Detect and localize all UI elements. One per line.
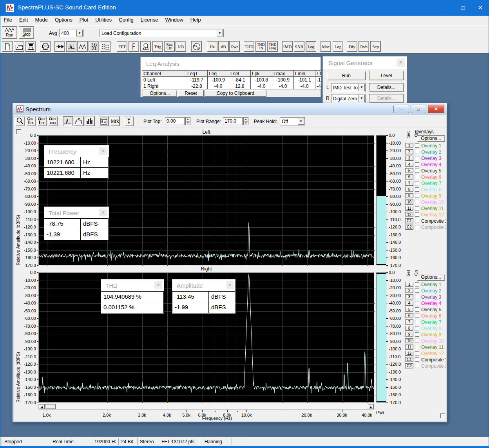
generator-left-combo-arrow-icon[interactable]: ▼ xyxy=(359,84,365,91)
log-button[interactable]: Log xyxy=(333,41,343,52)
overlay-on-checkbox-5[interactable] xyxy=(415,307,419,312)
signal-generator-close-icon[interactable]: ✕ xyxy=(397,58,405,67)
hz-units-button[interactable]: Hz xyxy=(207,41,217,52)
spectrum-maximize-button[interactable]: □ xyxy=(411,105,426,113)
overlay-set-button-12[interactable]: 12 xyxy=(405,212,413,217)
overlay-set-button-1[interactable]: 1 xyxy=(405,143,413,148)
overlay-on-checkbox-5[interactable] xyxy=(415,169,419,173)
calibration-button[interactable] xyxy=(140,41,151,52)
thd-freq-button[interactable]: THDFreq xyxy=(267,41,278,52)
run-control-button[interactable]: RunCtrl xyxy=(164,41,175,52)
collapse-box-bottom[interactable]: − xyxy=(440,414,445,418)
step-plot-mode-button[interactable] xyxy=(74,116,84,126)
line-plot-mode-button[interactable] xyxy=(63,116,73,126)
scp-button[interactable]: Scp xyxy=(370,41,381,52)
overlay-on-checkbox-c1[interactable] xyxy=(415,357,419,362)
zoom-button[interactable] xyxy=(15,116,25,126)
app-maximize-button[interactable]: □ xyxy=(454,0,472,16)
surface-view-button[interactable] xyxy=(100,41,110,52)
thd-box-close-icon[interactable]: ✕ xyxy=(154,281,162,289)
rvb-button[interactable]: Rvb xyxy=(359,41,369,52)
overlay-set-button-10[interactable]: 10 xyxy=(405,200,413,205)
marker-button[interactable]: Mrk xyxy=(110,116,120,126)
run-button[interactable]: Run xyxy=(2,26,17,39)
menu-mode[interactable]: Mode xyxy=(31,16,51,25)
leq-options-button[interactable]: Options... xyxy=(143,90,177,97)
overlays-options-button[interactable]: Options... xyxy=(417,135,445,142)
scrollbar-thumb[interactable] xyxy=(45,404,56,409)
scroll-right-arrow-icon[interactable]: ▶ xyxy=(368,404,374,409)
overlay-set-button-4[interactable]: 4 xyxy=(405,301,413,306)
overlay-on-checkbox-6[interactable] xyxy=(415,314,419,318)
mac-button[interactable]: Mac xyxy=(321,41,331,52)
plot-top-spinner[interactable]: ▲▼ xyxy=(185,117,190,125)
menu-plot[interactable]: Plot xyxy=(76,16,92,25)
overlay-on-checkbox-7[interactable] xyxy=(415,320,419,324)
total-power-box-close-icon[interactable]: ✕ xyxy=(99,209,107,216)
avg-combo-arrow-icon[interactable]: ▼ xyxy=(76,30,83,36)
overlay-on-checkbox-11[interactable] xyxy=(415,206,419,210)
new-file-button[interactable] xyxy=(2,41,13,52)
overlay-on-checkbox-c1[interactable] xyxy=(415,219,419,223)
overlay-set-button-11[interactable]: 11 xyxy=(405,206,413,211)
overlay-set-button-c1[interactable]: C1 xyxy=(405,357,413,362)
db-units-button[interactable]: dB xyxy=(218,41,229,52)
fft-settings-button[interactable]: FFT xyxy=(117,41,127,52)
overlay-set-button-12[interactable]: 12 xyxy=(405,351,413,356)
generator-left-combo[interactable]: IMD Test To ▼ xyxy=(331,83,366,92)
overlay-on-checkbox-8[interactable] xyxy=(415,187,419,192)
overlays-options-button[interactable]: Options... xyxy=(417,274,445,281)
overlay-set-button-11[interactable]: 11 xyxy=(405,345,413,350)
menu-help[interactable]: Help xyxy=(187,16,205,25)
plot-options-button[interactable] xyxy=(99,116,109,126)
io-device-button[interactable]: I/O xyxy=(176,41,186,52)
overlay-set-button-7[interactable]: 7 xyxy=(405,181,413,186)
overlay-on-checkbox-10[interactable] xyxy=(415,339,419,343)
thd-button[interactable]: THD xyxy=(244,41,254,52)
overlay-on-checkbox-12[interactable] xyxy=(415,351,419,355)
menu-license[interactable]: License xyxy=(137,16,162,25)
overlay-on-checkbox-4[interactable] xyxy=(415,162,419,167)
menu-utilities[interactable]: Utilities xyxy=(92,16,115,25)
overlay-set-button-1[interactable]: 1 xyxy=(405,282,413,287)
overlay-on-checkbox-1[interactable] xyxy=(415,282,419,287)
generator-right-combo[interactable]: Digital Zero ▼ xyxy=(331,94,366,103)
overlay-set-button-2[interactable]: 2 xyxy=(405,288,413,293)
overlay-set-button-c2[interactable]: C2 xyxy=(405,225,413,230)
scroll-left-arrow-icon[interactable]: ◀ xyxy=(39,404,45,409)
peak-hold-combo[interactable]: Off ▼ xyxy=(280,117,305,125)
menu-edit[interactable]: Edit xyxy=(16,16,31,25)
overlay-on-checkbox-9[interactable] xyxy=(415,332,419,337)
menu-file[interactable]: File xyxy=(0,16,16,25)
overlay-set-button-6[interactable]: 6 xyxy=(405,174,413,180)
overlay-set-button-4[interactable]: 4 xyxy=(405,162,413,167)
overlay-on-checkbox-6[interactable] xyxy=(415,175,419,179)
time-series-view-button[interactable] xyxy=(77,41,88,52)
menu-config[interactable]: Config xyxy=(115,16,137,25)
overlay-on-checkbox-2[interactable] xyxy=(415,288,419,293)
frequency-scrollbar[interactable]: ◀ ▶ xyxy=(38,404,374,410)
avg-combo[interactable]: 400 ▼ xyxy=(59,29,83,37)
plot-top-input[interactable]: 0.00 xyxy=(165,117,185,125)
overlay-set-button-2[interactable]: 2 xyxy=(405,149,413,154)
app-close-button[interactable]: ✕ xyxy=(471,0,489,16)
snr-button[interactable]: SNR xyxy=(294,41,304,52)
overlay-set-button-9[interactable]: 9 xyxy=(405,332,413,337)
overlay-on-checkbox-4[interactable] xyxy=(415,301,419,305)
overlay-on-checkbox-1[interactable] xyxy=(415,143,419,148)
processing-flow-button[interactable] xyxy=(54,41,65,52)
zoom-out-full-button[interactable]: OUTFULL xyxy=(48,116,58,126)
generator-left-details-button[interactable]: Details... xyxy=(369,83,404,92)
overlay-on-checkbox-8[interactable] xyxy=(415,326,419,330)
spectrogram-view-button[interactable] xyxy=(89,41,99,52)
dly-button[interactable]: Dly xyxy=(347,41,357,52)
spectrum-minimize-button[interactable]: ─ xyxy=(393,105,409,113)
load-configuration-arrow-icon[interactable]: ▼ xyxy=(217,30,223,36)
zoom-out-2x-button[interactable]: OUT2X xyxy=(37,116,47,126)
generator-right-combo-arrow-icon[interactable]: ▼ xyxy=(359,95,365,102)
zoom-in-2x-button[interactable]: IN2X xyxy=(26,116,36,126)
leq-button[interactable]: Leq xyxy=(306,41,316,52)
overlay-set-button-8[interactable]: 8 xyxy=(405,326,413,331)
generator-level-button[interactable]: Level xyxy=(369,71,404,80)
imd-button[interactable]: IMD xyxy=(282,41,293,52)
